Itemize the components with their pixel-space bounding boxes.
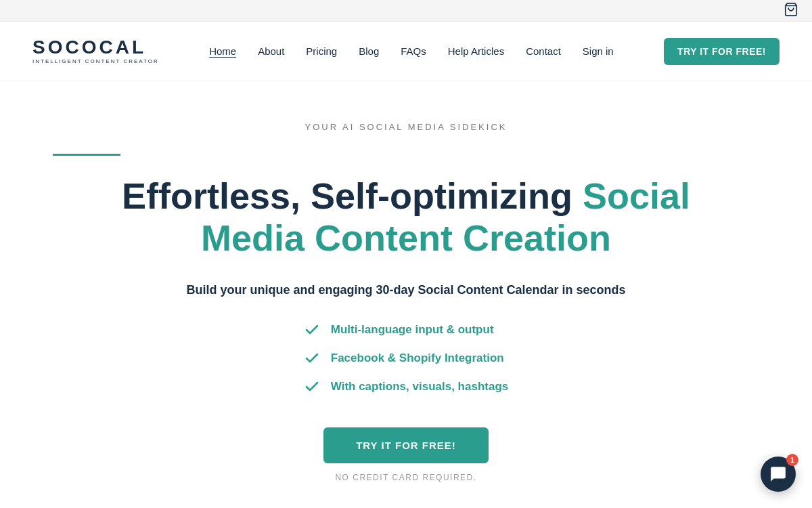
hero-section: YOUR AI SOCIAL MEDIA SIDEKICK Effortless… (0, 81, 812, 508)
logo[interactable]: SOCOCAL INTELLIGENT CONTENT CREATOR (32, 38, 159, 64)
feature-label-3: With captions, visuals, hashtags (331, 380, 508, 394)
chat-widget[interactable]: 1 (761, 457, 796, 492)
cart-icon[interactable] (784, 2, 798, 20)
nav-home[interactable]: Home (209, 45, 236, 57)
no-cc-notice: NO CREDIT CARD REQUIRED. (335, 473, 476, 482)
feature-label-1: Multi-language input & output (331, 323, 494, 337)
nav-help[interactable]: Help Articles (448, 45, 504, 57)
nav-contact[interactable]: Contact (526, 45, 561, 57)
headline-part1: Effortless, Self-optimizing (122, 175, 583, 216)
hero-cta-button[interactable]: TRY IT FOR FREE! (323, 427, 489, 463)
nav-faqs[interactable]: FAQs (401, 45, 426, 57)
header-cta-button[interactable]: TRY IT FOR FREE! (664, 38, 780, 65)
feature-list: Multi-language input & output Facebook &… (304, 322, 508, 395)
chat-icon (769, 465, 787, 483)
hero-eyebrow: YOUR AI SOCIAL MEDIA SIDEKICK (305, 122, 508, 132)
logo-tagline: INTELLIGENT CONTENT CREATOR (32, 58, 159, 64)
hero-divider (53, 154, 120, 156)
nav-about[interactable]: About (258, 45, 284, 57)
logo-name: SOCOCAL (32, 38, 146, 57)
feature-item-2: Facebook & Shopify Integration (304, 350, 508, 366)
feature-item-1: Multi-language input & output (304, 322, 508, 338)
hero-headline: Effortless, Self-optimizing Social Media… (115, 175, 697, 259)
header: SOCOCAL INTELLIGENT CONTENT CREATOR Home… (0, 22, 812, 81)
feature-item-3: With captions, visuals, hashtags (304, 379, 508, 395)
feature-label-2: Facebook & Shopify Integration (331, 352, 504, 365)
announcement-bar (0, 0, 812, 22)
nav-pricing[interactable]: Pricing (306, 45, 337, 57)
nav-signin[interactable]: Sign in (583, 45, 614, 57)
hero-subtext: Build your unique and engaging 30-day So… (186, 283, 625, 297)
main-nav: Home About Pricing Blog FAQs Help Articl… (209, 45, 614, 58)
check-icon-1 (304, 322, 320, 338)
check-icon-3 (304, 379, 320, 395)
check-icon-2 (304, 350, 320, 366)
chat-badge: 1 (786, 454, 798, 466)
nav-blog[interactable]: Blog (359, 45, 379, 57)
